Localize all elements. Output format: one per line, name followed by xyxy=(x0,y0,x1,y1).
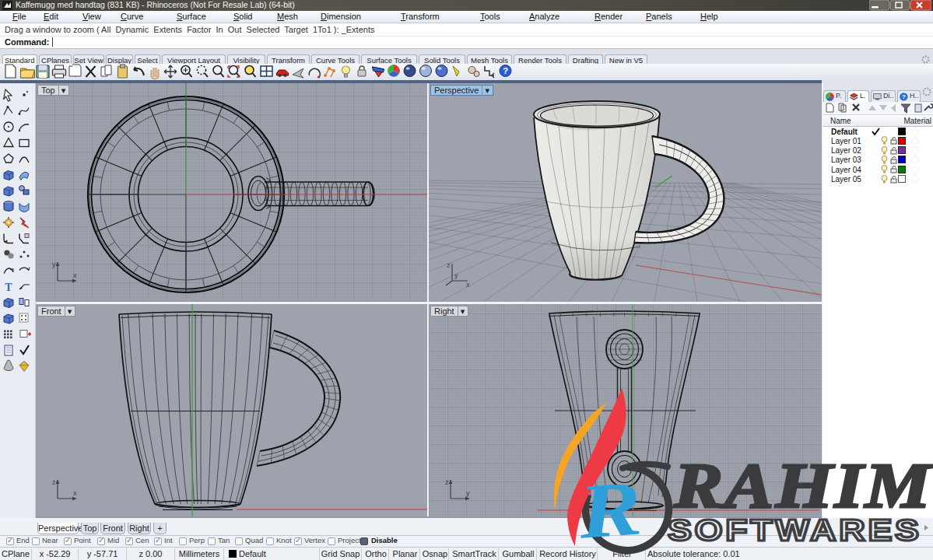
svg-text:?: ? xyxy=(902,93,906,100)
svg-text:z: z xyxy=(447,261,451,269)
svg-text:T: T xyxy=(5,282,12,293)
svg-text:y: y xyxy=(52,261,56,268)
svg-text:y: y xyxy=(466,489,470,497)
svg-text:y: y xyxy=(454,271,458,279)
svg-text:x: x xyxy=(466,281,470,289)
svg-text:x: x xyxy=(73,271,77,279)
svg-text:x: x xyxy=(73,489,77,497)
svg-text:z: z xyxy=(445,478,449,486)
svg-text:z: z xyxy=(52,478,56,486)
svg-text:?: ? xyxy=(503,66,508,75)
